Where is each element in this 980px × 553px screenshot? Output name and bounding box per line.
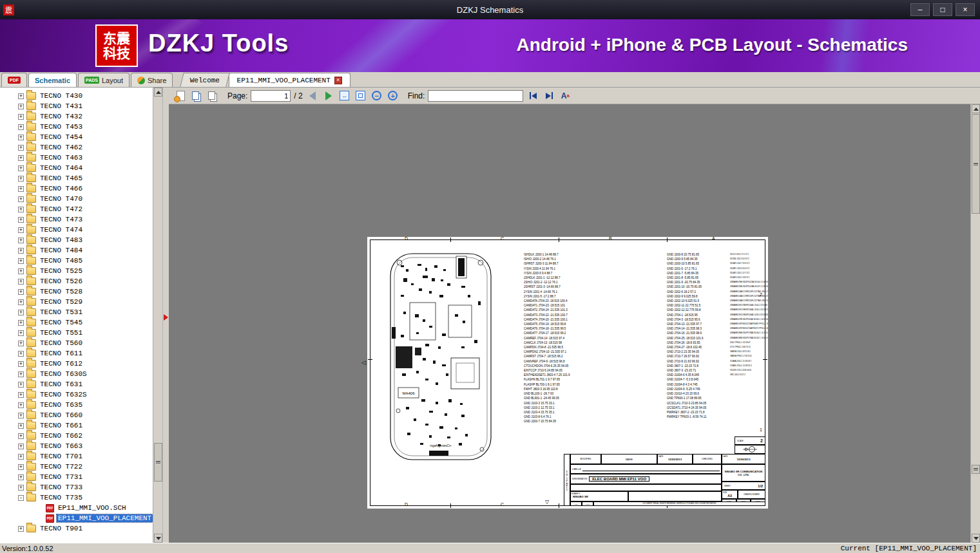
viewer-scroll-up-button[interactable]: [972, 104, 980, 113]
tree-item[interactable]: + TECNO T551: [0, 328, 153, 338]
tree-item[interactable]: + TECNO T662: [0, 431, 153, 441]
tree-item[interactable]: + TECNO T901: [0, 523, 153, 534]
find-previous-button[interactable]: [526, 89, 539, 102]
viewer-scrollbar[interactable]: [970, 104, 980, 543]
tree-expander-icon[interactable]: +: [18, 433, 24, 439]
tree-expander-icon[interactable]: +: [18, 104, 24, 109]
tree-item[interactable]: + TECNO T526: [0, 276, 153, 286]
next-page-button[interactable]: [322, 89, 335, 102]
tab-layout[interactable]: PADS Layout: [78, 73, 130, 87]
tree-item[interactable]: EP11_MMI_VOO_PLACEMENT: [0, 513, 153, 523]
tree-expander-icon[interactable]: +: [18, 268, 24, 274]
doc-tab-welcome[interactable]: Welcome: [180, 73, 231, 87]
tree-scroll-up-button[interactable]: [154, 88, 162, 97]
tree-item[interactable]: + TECNO T474: [0, 225, 153, 235]
tree-item[interactable]: + TECNO T612: [0, 359, 153, 369]
tree-expander-icon[interactable]: +: [18, 423, 24, 429]
tree-expander-icon[interactable]: -: [18, 495, 24, 501]
viewer-scrollbar-section-grip[interactable]: [972, 465, 980, 474]
tree-expander-icon[interactable]: +: [18, 124, 24, 130]
tree-item[interactable]: + TECNO T733: [0, 482, 153, 492]
tree-expander-icon[interactable]: +: [18, 341, 24, 346]
tree-expander-icon[interactable]: +: [18, 227, 24, 233]
previous-page-button[interactable]: [306, 89, 319, 102]
tree-expander-icon[interactable]: +: [18, 310, 24, 315]
tree-expander-icon[interactable]: +: [18, 526, 24, 532]
tree-item[interactable]: + TECNO T529: [0, 297, 153, 307]
tree-item[interactable]: + TECNO T545: [0, 317, 153, 328]
tree-item[interactable]: + TECNO T466: [0, 183, 153, 194]
tree-item[interactable]: + TECNO T473: [0, 214, 153, 225]
fit-page-button[interactable]: [354, 89, 367, 102]
tree-item[interactable]: + TECNO T528: [0, 286, 153, 297]
tree-expander-icon[interactable]: +: [18, 289, 24, 295]
tab-share[interactable]: Share: [131, 73, 173, 87]
tree-expander-icon[interactable]: +: [18, 351, 24, 357]
viewer-scroll-down-button[interactable]: [972, 534, 980, 543]
tree-expander-icon[interactable]: +: [18, 330, 24, 336]
tree-item[interactable]: + TECNO T470: [0, 194, 153, 204]
tree-expander-icon[interactable]: +: [18, 392, 24, 398]
tree-item[interactable]: + TECNO T453: [0, 122, 153, 132]
tree-item[interactable]: + TECNO T560: [0, 338, 153, 348]
tab-pdf[interactable]: PDF: [1, 73, 27, 87]
tree-item[interactable]: + TECNO T611: [0, 348, 153, 359]
tree-item[interactable]: + TECNO T462: [0, 142, 153, 153]
match-case-button[interactable]: Aa: [559, 89, 572, 102]
zoom-in-button[interactable]: +: [387, 89, 399, 102]
tree-scroll-down-button[interactable]: [154, 534, 162, 543]
tree-expander-icon[interactable]: +: [18, 485, 24, 491]
tree-item[interactable]: + TECNO T431: [0, 101, 153, 111]
tree-item[interactable]: + TECNO T661: [0, 420, 153, 431]
tree-item[interactable]: + TECNO T465: [0, 173, 153, 183]
tree-item[interactable]: + TECNO T632S: [0, 389, 153, 400]
tree-expander-icon[interactable]: +: [18, 155, 24, 161]
find-input[interactable]: [428, 90, 523, 102]
tree-expander-icon[interactable]: +: [18, 371, 24, 377]
tree-expander-icon[interactable]: +: [18, 413, 24, 418]
tree-item[interactable]: EP11_MMI_VOO.SCH: [0, 503, 153, 513]
sidebar-splitter[interactable]: [162, 88, 169, 543]
tree-expander-icon[interactable]: +: [18, 196, 24, 202]
tree-item[interactable]: + TECNO T731: [0, 472, 153, 482]
tree-scrollbar[interactable]: [153, 88, 162, 543]
tree-item[interactable]: + TECNO T485: [0, 256, 153, 266]
tree-expander-icon[interactable]: +: [18, 165, 24, 171]
tree-expander-icon[interactable]: +: [18, 145, 24, 151]
tree-item[interactable]: + TECNO T663: [0, 441, 153, 451]
close-tab-icon[interactable]: ×: [334, 77, 342, 84]
tree-expander-icon[interactable]: +: [18, 114, 24, 120]
tree-expander-icon[interactable]: +: [18, 93, 24, 99]
tree-item[interactable]: + TECNO T701: [0, 451, 153, 462]
tree-expander-icon[interactable]: +: [18, 279, 24, 285]
viewer-scrollbar-thumb[interactable]: [972, 114, 980, 214]
tree-expander-icon[interactable]: +: [18, 320, 24, 326]
minimize-button[interactable]: –: [910, 3, 930, 16]
tree-item[interactable]: + TECNO T432: [0, 111, 153, 122]
tree-expander-icon[interactable]: +: [18, 402, 24, 408]
fit-width-button[interactable]: ↔: [338, 89, 351, 102]
tree-expander-icon[interactable]: +: [18, 382, 24, 388]
tree-item[interactable]: + TECNO T531: [0, 307, 153, 317]
tree-item[interactable]: + TECNO T484: [0, 245, 153, 256]
maximize-button[interactable]: □: [933, 3, 952, 16]
tree-item[interactable]: + TECNO T483: [0, 235, 153, 245]
tree-expander-icon[interactable]: +: [18, 186, 24, 192]
tree-expander-icon[interactable]: +: [18, 207, 24, 212]
close-button[interactable]: ×: [956, 3, 975, 16]
find-next-button[interactable]: [543, 89, 555, 102]
tree-item[interactable]: + TECNO T635: [0, 400, 153, 410]
tree-expander-icon[interactable]: +: [18, 217, 24, 223]
tab-schematic[interactable]: Schematic: [28, 73, 77, 87]
tree-scrollbar-thumb[interactable]: [154, 443, 162, 482]
tree-item[interactable]: + TECNO T631: [0, 379, 153, 389]
copy-page-button[interactable]: [190, 89, 203, 102]
snapshot-button[interactable]: [206, 89, 219, 102]
tree-item[interactable]: + TECNO T463: [0, 153, 153, 163]
export-page-button[interactable]: [174, 89, 187, 102]
tree-item[interactable]: + TECNO T722: [0, 462, 153, 472]
tree-item[interactable]: + TECNO T430: [0, 91, 153, 101]
tree-expander-icon[interactable]: +: [18, 248, 24, 254]
tree-expander-icon[interactable]: +: [18, 474, 24, 480]
tree-item[interactable]: + TECNO T525: [0, 266, 153, 276]
